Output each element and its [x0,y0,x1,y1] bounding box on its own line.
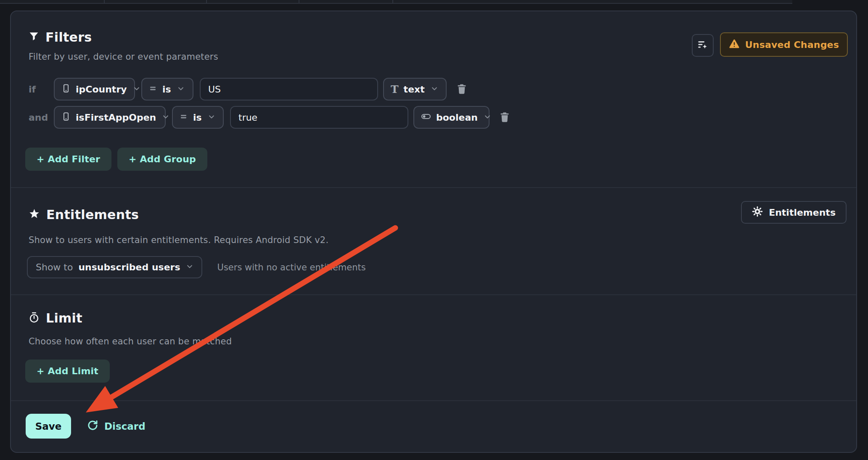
chevron-down-icon [208,112,215,123]
add-limit-button[interactable]: + Add Limit [25,360,110,383]
entitlements-title: Entitlements [46,207,139,222]
table-edge-strip [0,0,792,4]
filter-value-input[interactable] [230,106,408,129]
conjunction-label: if [29,84,54,95]
filter-row: if ipCountry is T text [29,78,468,100]
parameter-dropdown[interactable]: isFirstAppOpen [54,106,166,129]
limit-title: Limit [46,311,82,325]
limit-header: Limit [29,311,82,325]
unsaved-changes-badge: Unsaved Changes [720,32,848,57]
serif-t-icon: T [391,84,399,95]
unsaved-changes-label: Unsaved Changes [745,40,839,50]
show-to-value: unsubscribed users [78,262,180,272]
entitlements-button-label: Entitlements [769,207,836,218]
filter-sparkle-icon [697,39,708,52]
add-filter-button[interactable]: + Add Filter [25,148,111,171]
parameter-value: ipCountry [76,84,127,95]
funnel-icon [29,31,39,43]
star-icon [29,208,40,221]
section-divider [11,400,856,401]
entitlements-button[interactable]: Entitlements [741,201,847,224]
filter-value-input[interactable] [200,78,378,100]
show-to-row: Show to unsubscribed users Users with no… [27,256,366,278]
discard-button[interactable]: Discard [87,420,146,433]
chevron-down-icon [133,84,140,95]
chevron-down-icon [162,112,169,123]
chevron-down-icon [484,112,491,123]
trash-icon [456,83,468,96]
trash-icon [499,111,511,124]
stopwatch-icon [29,312,40,325]
delete-filter-button[interactable] [499,111,511,124]
conjunction-label: and [29,112,54,123]
refresh-icon [87,420,98,433]
chevron-down-icon [186,262,193,272]
operator-dropdown[interactable]: is [141,78,193,100]
discard-label: Discard [104,421,146,432]
header-actions: Unsaved Changes [692,32,848,57]
audience-settings-card: Filters Unsaved Changes [10,11,857,453]
filter-row: and isFirstAppOpen is boolean [29,106,511,129]
device-icon [61,84,71,95]
delete-filter-button[interactable] [456,83,468,96]
equals-icon [149,84,157,95]
section-divider [11,294,856,295]
entitlements-header: Entitlements [29,207,139,222]
parameter-dropdown[interactable]: ipCountry [54,78,135,100]
filter-settings-button[interactable] [692,34,714,57]
limit-subtitle: Choose how often each user can be matche… [29,336,232,346]
type-dropdown[interactable]: T text [383,78,447,100]
section-divider [11,187,856,188]
filters-title: Filters [45,30,92,45]
show-to-helper-text: Users with no active entitlements [217,262,366,272]
add-group-button[interactable]: + Add Group [117,148,207,171]
limit-add-row: + Add Limit [25,360,110,383]
entitlements-subtitle: Show to users with certain entitlements.… [29,235,328,245]
operator-value: is [162,84,171,95]
device-icon [61,112,71,123]
strip-divider [392,0,393,4]
type-value: boolean [436,112,478,123]
filters-add-row: + Add Filter + Add Group [25,148,207,171]
warning-triangle-icon [729,38,740,51]
type-value: text [404,84,425,95]
chevron-down-icon [177,84,185,95]
footer-actions: Save Discard [26,414,146,439]
strip-divider [104,0,105,4]
type-dropdown[interactable]: boolean [413,106,490,129]
show-to-label: Show to [36,262,73,272]
save-button[interactable]: Save [26,414,71,439]
strip-divider [206,0,207,4]
operator-dropdown[interactable]: is [172,106,224,129]
show-to-dropdown[interactable]: Show to unsubscribed users [27,256,202,278]
toggle-icon [421,111,431,124]
operator-value: is [193,112,202,123]
equals-icon [180,112,188,123]
filters-subtitle: Filter by user, device or event paramete… [29,52,218,62]
gear-icon [752,206,763,219]
filters-header: Filters [29,30,92,45]
strip-divider [299,0,299,4]
parameter-value: isFirstAppOpen [76,112,156,123]
chevron-down-icon [431,84,438,95]
